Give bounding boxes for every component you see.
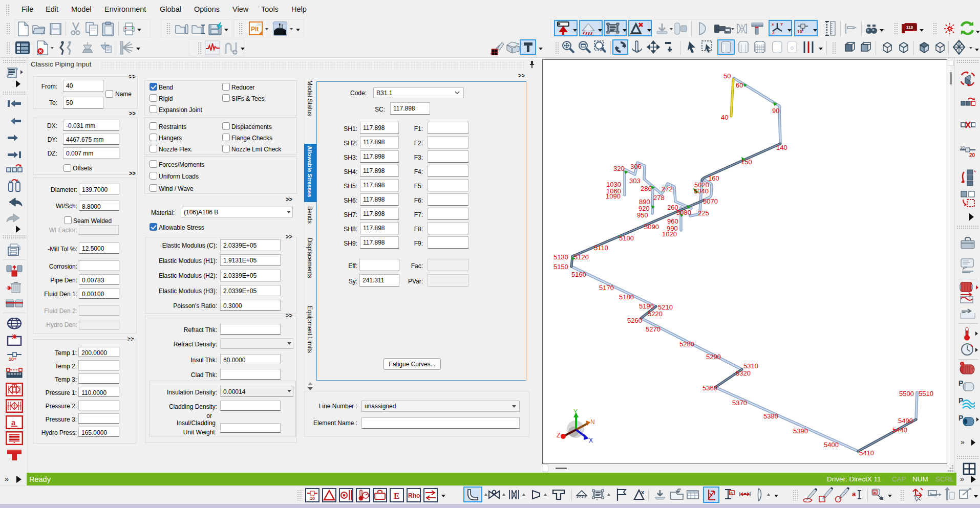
svg-text:5440: 5440 <box>892 426 907 434</box>
svg-text:5190: 5190 <box>639 302 654 310</box>
svg-text:20: 20 <box>969 152 975 158</box>
svg-text:10: 10 <box>797 29 802 34</box>
svg-text:5100: 5100 <box>619 234 634 242</box>
svg-text:278: 278 <box>653 194 665 202</box>
svg-text:Z: Z <box>772 31 775 35</box>
svg-text:a: a <box>874 491 876 494</box>
svg-text:5090: 5090 <box>644 223 659 231</box>
svg-text:N: N <box>590 418 595 426</box>
svg-text:5410: 5410 <box>859 449 874 457</box>
svg-text:5290: 5290 <box>706 353 721 361</box>
svg-text:320: 320 <box>613 165 625 172</box>
svg-text:P: P <box>958 379 963 387</box>
svg-text:a: a <box>11 418 15 427</box>
svg-text:5490: 5490 <box>898 417 913 425</box>
svg-text:a: a <box>852 490 856 498</box>
svg-text:5320: 5320 <box>736 369 751 377</box>
svg-text:P: P <box>958 396 963 405</box>
svg-text:10: 10 <box>960 145 965 150</box>
svg-text:5270: 5270 <box>646 325 661 333</box>
svg-text:P: P <box>958 414 963 422</box>
svg-text:5170: 5170 <box>599 284 614 292</box>
svg-text:50: 50 <box>723 72 731 80</box>
svg-text:10+: 10+ <box>9 357 16 361</box>
svg-text:1020: 1020 <box>662 230 677 238</box>
svg-text:!: ! <box>962 362 963 366</box>
svg-text:Y: Y <box>573 408 578 415</box>
svg-text:150: 150 <box>741 158 752 166</box>
svg-text:60: 60 <box>736 81 743 89</box>
svg-text:5110: 5110 <box>594 244 608 252</box>
svg-text:160: 160 <box>708 174 719 182</box>
svg-text:5280: 5280 <box>679 340 694 348</box>
svg-text:5260: 5260 <box>627 317 642 324</box>
svg-text:5120: 5120 <box>574 253 589 261</box>
svg-text:5400: 5400 <box>824 441 839 449</box>
svg-text:5380: 5380 <box>763 412 778 420</box>
svg-text:5310: 5310 <box>743 362 758 370</box>
svg-text:a: a <box>731 491 733 495</box>
svg-text:113: 113 <box>906 25 913 30</box>
svg-text:10: 10 <box>310 496 315 501</box>
svg-text:5040: 5040 <box>694 187 709 195</box>
svg-text:950: 950 <box>637 211 648 219</box>
svg-text:5390: 5390 <box>793 427 808 435</box>
svg-text:Rho: Rho <box>408 492 420 499</box>
svg-text:272: 272 <box>662 185 673 193</box>
svg-text:5220: 5220 <box>648 310 663 318</box>
svg-text:960: 960 <box>667 217 678 225</box>
svg-text:5160: 5160 <box>571 271 586 278</box>
svg-text:E: E <box>394 491 399 501</box>
svg-text:5070: 5070 <box>703 197 718 205</box>
svg-text:x: x <box>641 489 645 495</box>
svg-text:5130: 5130 <box>553 253 568 261</box>
svg-text:Z: Z <box>557 432 560 439</box>
svg-text:90: 90 <box>772 107 779 115</box>
svg-text:140: 140 <box>776 144 787 151</box>
svg-text:5510: 5510 <box>919 390 933 397</box>
svg-text:40: 40 <box>721 114 728 121</box>
svg-text:5360: 5360 <box>702 384 717 392</box>
svg-text:x: x <box>772 22 774 27</box>
svg-text:1090: 1090 <box>606 192 621 200</box>
svg-text:Plt: Plt <box>251 26 259 33</box>
svg-text:5500: 5500 <box>899 390 914 397</box>
svg-text:286: 286 <box>641 185 652 192</box>
svg-text:Y: Y <box>780 22 783 27</box>
svg-text:5080: 5080 <box>676 209 691 216</box>
svg-text:5150: 5150 <box>553 263 568 271</box>
svg-text:5180: 5180 <box>619 293 634 301</box>
svg-text:225: 225 <box>698 209 709 217</box>
svg-text:303: 303 <box>629 177 641 185</box>
svg-text:306: 306 <box>630 163 642 170</box>
svg-text:X: X <box>589 437 593 444</box>
svg-text:GW: GW <box>257 23 261 26</box>
svg-text:5370: 5370 <box>732 399 747 407</box>
